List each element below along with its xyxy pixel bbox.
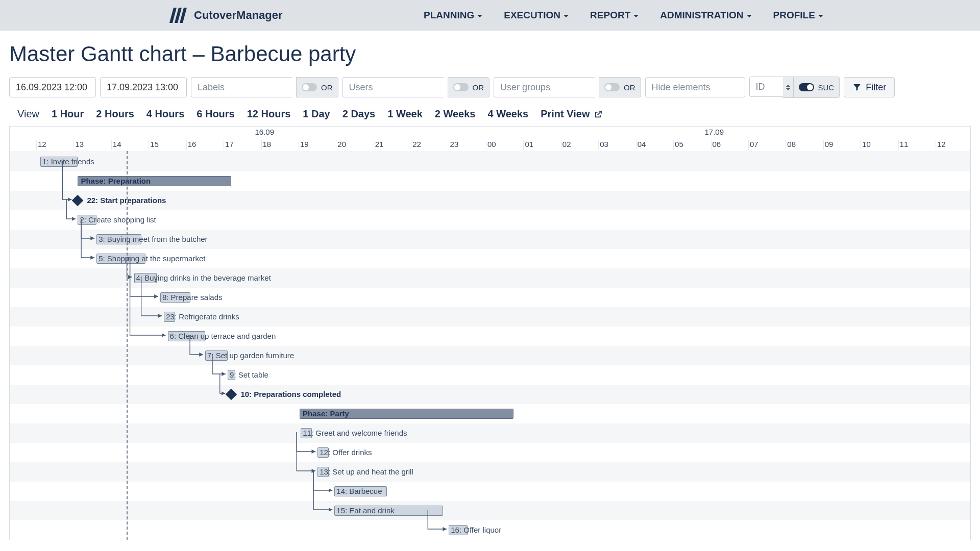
labels-input[interactable] — [191, 77, 292, 97]
task-label: 6: Clean up terrace and garden — [170, 332, 276, 340]
hour-label: 13 — [74, 140, 84, 150]
task-label: 10: Preparations completed — [240, 390, 341, 398]
groups-or-toggle[interactable]: OR — [599, 77, 641, 97]
gantt-row[interactable]: 22: Start preparations — [10, 191, 970, 210]
zoom-2w[interactable]: 2 Weeks — [435, 108, 476, 120]
hour-label: 18 — [261, 140, 272, 150]
page-title: Master Gantt chart – Barbecue party — [0, 31, 980, 71]
hour-label: 05 — [673, 140, 683, 150]
gantt-row[interactable]: 13: Set up and heat the grill — [10, 462, 970, 482]
toggle-icon — [302, 83, 317, 91]
task-label: 12: Offer drinks — [320, 448, 372, 457]
gantt-row[interactable]: 12: Offer drinks — [10, 443, 970, 462]
nav-profile[interactable]: PROFILE — [766, 6, 830, 25]
task-label: 4: Buying drinks in the beverage market — [136, 273, 271, 282]
gantt-date-header: 16.0917.09 — [10, 127, 970, 138]
suc-toggle[interactable]: SUC — [794, 77, 840, 98]
gantt-row[interactable]: 9: Set table — [10, 365, 970, 385]
funnel-icon — [852, 83, 862, 92]
id-input[interactable] — [749, 77, 783, 97]
gantt-row[interactable]: 23: Refrigerate drinks — [10, 307, 970, 327]
hour-label: 16 — [186, 140, 197, 150]
groups-input[interactable] — [494, 77, 595, 97]
gantt-hour-header: 1213141516171819202122230001020304050607… — [10, 138, 970, 152]
print-view[interactable]: Print View — [541, 108, 602, 120]
filter-button[interactable]: Filter — [844, 77, 895, 97]
hour-label: 10 — [861, 140, 871, 150]
chevron-down-icon — [633, 15, 639, 17]
view-bar: View 1 Hour 2 Hours 4 Hours 6 Hours 12 H… — [0, 103, 980, 126]
zoom-2h[interactable]: 2 Hours — [96, 108, 134, 120]
milestone-icon[interactable] — [226, 389, 237, 400]
start-date-input[interactable] — [9, 77, 96, 97]
task-label: 11: Greet and welcome friends — [303, 429, 407, 437]
zoom-1h[interactable]: 1 Hour — [52, 108, 84, 120]
gantt-row[interactable]: Phase: Party — [10, 404, 970, 423]
gantt-row[interactable]: 4: Buying drinks in the beverage market — [10, 268, 970, 288]
gantt-row[interactable]: 14: Barbecue — [10, 482, 970, 501]
id-stepper[interactable] — [783, 77, 794, 98]
hour-label: 12 — [36, 140, 46, 150]
zoom-4h[interactable]: 4 Hours — [146, 108, 184, 120]
task-label: 14: Barbecue — [336, 487, 382, 495]
gantt-row[interactable]: 3: Buying meet from the butcher — [10, 230, 970, 249]
users-input[interactable] — [342, 77, 444, 97]
hour-label: 17 — [224, 140, 234, 150]
zoom-12h[interactable]: 12 Hours — [247, 108, 291, 120]
hour-label: 07 — [748, 140, 758, 150]
filter-bar: OR OR OR SUC Filter — [0, 71, 980, 103]
chevron-down-icon — [477, 15, 482, 17]
chevron-down-icon — [564, 15, 569, 17]
chevron-down-icon — [786, 88, 790, 90]
app-name: CutoverManager — [194, 9, 283, 22]
hour-label: 12 — [936, 140, 946, 150]
toggle-icon — [799, 83, 814, 91]
hour-label: 11 — [898, 140, 909, 150]
milestone-icon[interactable] — [72, 195, 84, 207]
brand[interactable]: CutoverManager — [172, 7, 416, 24]
gantt-row[interactable]: 1: Invite friends — [10, 152, 970, 171]
gantt-row[interactable]: 11: Greet and welcome friends — [10, 423, 970, 443]
task-label: 5: Shopping at the supermarket — [99, 254, 205, 263]
chevron-down-icon — [747, 15, 752, 17]
nav-planning[interactable]: PLANNING — [416, 6, 489, 25]
nav-execution[interactable]: EXECUTION — [497, 6, 576, 25]
nav-report[interactable]: REPORT — [583, 6, 646, 25]
hour-label: 09 — [823, 140, 834, 150]
gantt-rows: 1: Invite friendsPhase: Preparation22: S… — [10, 152, 970, 540]
gantt-row[interactable]: 15: Eat and drink — [10, 501, 970, 520]
task-label: 2: Create shopping list — [80, 215, 156, 224]
zoom-2d[interactable]: 2 Days — [342, 108, 376, 120]
hour-label: 15 — [149, 140, 159, 150]
view-label: View — [17, 108, 39, 120]
hour-label: 04 — [636, 140, 646, 150]
gantt-chart[interactable]: 16.0917.09 12131415161718192021222300010… — [9, 126, 971, 540]
hour-label: 19 — [299, 140, 309, 150]
task-label: Phase: Party — [301, 409, 349, 418]
nav-menus: PLANNING EXECUTION REPORT ADMINISTRATION… — [416, 6, 830, 25]
gantt-row[interactable]: 5: Shopping at the supermarket — [10, 249, 970, 268]
chevron-down-icon — [818, 15, 823, 17]
task-label: Phase: Preparation — [79, 177, 151, 185]
gantt-row[interactable]: Phase: Preparation — [10, 171, 970, 191]
hour-label: 06 — [711, 140, 721, 150]
top-navbar: CutoverManager PLANNING EXECUTION REPORT… — [0, 0, 980, 31]
zoom-1d[interactable]: 1 Day — [303, 108, 330, 120]
zoom-6h[interactable]: 6 Hours — [197, 108, 234, 120]
gantt-row[interactable]: 16: Offer liquor — [10, 520, 970, 540]
labels-or-toggle[interactable]: OR — [296, 77, 338, 97]
zoom-1w[interactable]: 1 Week — [387, 108, 423, 120]
gantt-row[interactable]: 6: Clean up terrace and garden — [10, 327, 970, 346]
gantt-row[interactable]: 10: Preparations completed — [10, 385, 970, 404]
zoom-4w[interactable]: 4 Weeks — [487, 108, 528, 120]
gantt-row[interactable]: 8: Prepare salads — [10, 288, 970, 307]
hide-elements-input[interactable] — [645, 77, 745, 97]
date-label: 17.09 — [705, 128, 724, 136]
task-label: 3: Buying meet from the butcher — [99, 235, 207, 243]
nav-administration[interactable]: ADMINISTRATION — [653, 6, 758, 25]
date-label: 16.09 — [255, 128, 275, 136]
users-or-toggle[interactable]: OR — [448, 77, 490, 97]
gantt-row[interactable]: 7: Set up garden furniture — [10, 346, 970, 365]
end-date-input[interactable] — [100, 77, 187, 97]
gantt-row[interactable]: 2: Create shopping list — [10, 210, 970, 230]
